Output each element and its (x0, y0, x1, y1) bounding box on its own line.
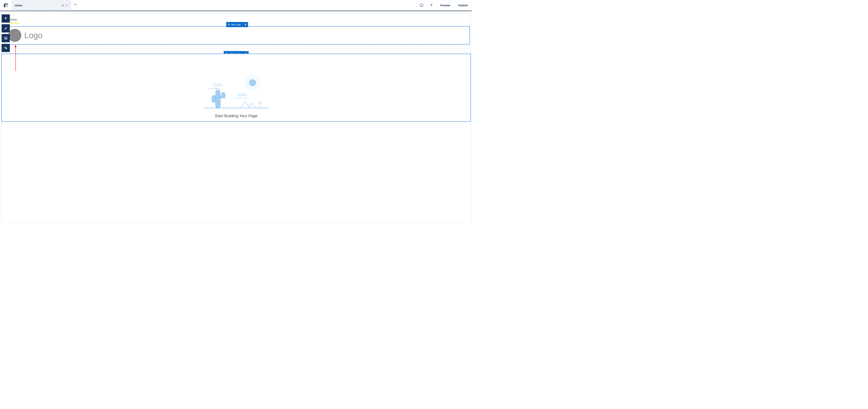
refresh-icon (74, 4, 77, 7)
desert-illustration (203, 73, 269, 110)
empty-state: Start Building Your Page (2, 54, 470, 121)
help-button[interactable]: ? (427, 0, 436, 10)
delete-component-button[interactable] (243, 22, 248, 27)
topbar: Home ? (0, 0, 472, 11)
html-editor-component[interactable]: HTML Editor (1, 54, 471, 222)
component-tag: Site Logo (226, 22, 248, 27)
svg-rect-8 (4, 39, 7, 39)
header-region: Home Site Logo Logo (4, 16, 470, 46)
gear-icon (4, 46, 7, 50)
lightning-icon (228, 23, 230, 26)
topbar-left: Home (0, 0, 81, 10)
dropdown-caret-icon[interactable] (66, 5, 67, 6)
logo-text: Logo (24, 31, 42, 40)
component-tag-label[interactable]: Site Logo (226, 22, 243, 27)
svg-point-9 (249, 79, 256, 86)
site-logo-tag-text: Site Logo (231, 23, 241, 26)
preview-button[interactable]: Preview (436, 0, 454, 10)
settings-panel-button[interactable] (1, 44, 10, 52)
logo-image-placeholder (8, 29, 21, 42)
svg-rect-0 (4, 4, 8, 4)
publish-label: Publish (458, 4, 467, 7)
help-icon: ? (430, 3, 433, 7)
empty-state-heading: Start Building Your Page (215, 113, 257, 118)
preview-label: Preview (440, 4, 450, 7)
layout-icon (4, 4, 8, 7)
topbar-right: ? Preview Publish (416, 0, 472, 10)
site-logo-box: Logo (4, 26, 470, 44)
menu-icon (4, 37, 7, 39)
publish-button[interactable]: Publish (454, 0, 472, 10)
site-logo-component[interactable]: Site Logo Logo (4, 26, 470, 44)
theme-panel-button[interactable] (1, 24, 10, 32)
content-region: HTML Editor (1, 48, 471, 222)
topbar-spacer (81, 0, 416, 10)
pencil-icon (4, 27, 7, 30)
gear-icon[interactable] (62, 4, 65, 7)
page-name: Home (15, 4, 22, 7)
builder-logo-button[interactable] (0, 0, 12, 10)
svg-rect-15 (212, 98, 218, 101)
desktop-icon (420, 4, 424, 7)
breadcrumb-underline (9, 23, 19, 24)
html-editor-box: Start Building Your Page (1, 54, 471, 122)
view-mode-button[interactable] (416, 0, 427, 10)
side-palette (1, 14, 10, 52)
svg-rect-2 (5, 4, 8, 7)
lightning-icon (4, 16, 7, 21)
components-panel-button[interactable] (1, 14, 10, 23)
trash-icon (245, 24, 247, 26)
svg-line-20 (214, 89, 215, 90)
svg-rect-6 (4, 37, 7, 37)
svg-rect-3 (420, 4, 423, 6)
svg-rect-7 (4, 38, 7, 39)
svg-rect-1 (4, 4, 5, 7)
refresh-button[interactable] (71, 0, 81, 10)
page-structure-button[interactable] (1, 34, 10, 42)
page-selector[interactable]: Home (12, 0, 71, 10)
